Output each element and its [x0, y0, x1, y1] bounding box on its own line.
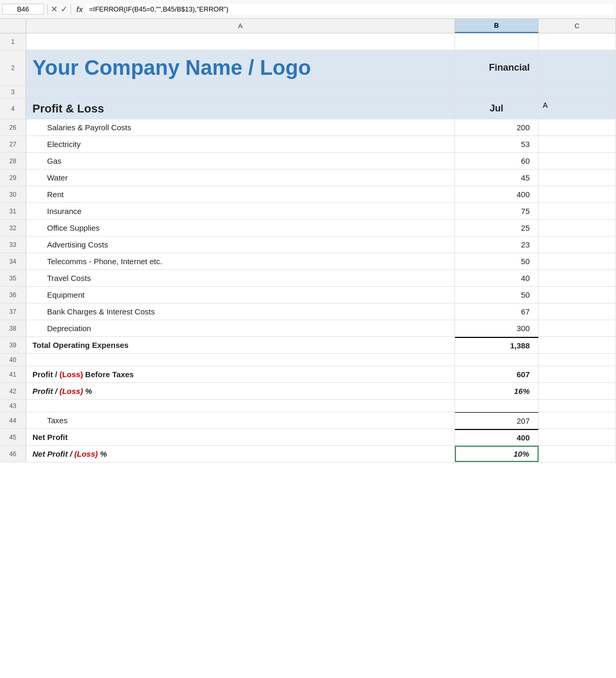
cell-31c[interactable] — [539, 203, 616, 219]
cell-4a[interactable]: Profit & Loss — [26, 98, 455, 119]
cell-34a[interactable]: Telecomms - Phone, Internet etc. — [26, 253, 455, 269]
cell-34c[interactable] — [539, 253, 616, 269]
row-num-45: 45 — [0, 429, 26, 445]
cell-28c[interactable] — [539, 153, 616, 169]
cell-2c[interactable] — [539, 50, 616, 85]
cell-32c[interactable] — [539, 220, 616, 236]
cell-42b[interactable]: 16% — [455, 383, 539, 399]
row-num-33: 33 — [0, 236, 26, 253]
cell-30b[interactable]: 400 — [455, 186, 539, 202]
cell-44c[interactable] — [539, 412, 616, 428]
cell-27a[interactable]: Electricity — [26, 136, 455, 152]
cell-46b[interactable]: 10% — [455, 446, 539, 462]
row-4: 4 Profit & Loss Jul A — [0, 98, 616, 119]
cell-36a[interactable]: Equipment — [26, 287, 455, 303]
cell-44b[interactable]: 207 — [455, 412, 539, 428]
cell-31b[interactable]: 75 — [455, 203, 539, 219]
cell-35a[interactable]: Travel Costs — [26, 270, 455, 286]
cell-33b[interactable]: 23 — [455, 236, 539, 253]
cell-45c[interactable] — [539, 429, 616, 445]
cell-44a[interactable]: Taxes — [26, 412, 455, 428]
cell-29c[interactable] — [539, 170, 616, 186]
loss-text-46: (Loss) — [74, 449, 98, 458]
cell-30c[interactable] — [539, 186, 616, 202]
cell-28a[interactable]: Gas — [26, 153, 455, 169]
cell-35c[interactable] — [539, 270, 616, 286]
cell-2a[interactable]: Your Company Name / Logo — [26, 50, 455, 85]
row-num-36: 36 — [0, 287, 26, 303]
cell-3c[interactable] — [539, 86, 616, 98]
formula-icons: ✕ ✓ — [51, 4, 67, 14]
col-b-header[interactable]: B — [455, 19, 539, 33]
row-30: 30 Rent 400 — [0, 186, 616, 203]
cell-39c[interactable] — [539, 337, 616, 353]
cell-27b[interactable]: 53 — [455, 136, 539, 152]
cell-1b[interactable] — [455, 33, 539, 50]
gas-label: Gas — [47, 156, 62, 165]
cell-ref-input[interactable]: B46 — [2, 4, 44, 15]
cell-1a[interactable] — [26, 33, 455, 50]
cell-34b[interactable]: 50 — [455, 253, 539, 269]
row-46: 46 Net Profit / (Loss) % 10% — [0, 446, 616, 462]
cell-28b[interactable]: 60 — [455, 153, 539, 169]
cell-3b[interactable] — [455, 86, 539, 98]
cell-42c[interactable] — [539, 383, 616, 399]
cell-26c[interactable] — [539, 119, 616, 135]
cell-33c[interactable] — [539, 236, 616, 253]
cell-4c[interactable]: A — [539, 98, 616, 119]
cell-26b[interactable]: 200 — [455, 119, 539, 135]
cell-42a[interactable]: Profit / (Loss) % — [26, 383, 455, 399]
cancel-icon[interactable]: ✕ — [51, 4, 58, 14]
row-num-37: 37 — [0, 303, 26, 320]
cell-35b[interactable]: 40 — [455, 270, 539, 286]
cell-27c[interactable] — [539, 136, 616, 152]
cell-43b[interactable] — [455, 400, 539, 412]
cell-40a[interactable] — [26, 354, 455, 366]
water-value: 45 — [521, 173, 530, 182]
fx-label: fx — [74, 5, 85, 14]
cell-29a[interactable]: Water — [26, 170, 455, 186]
cell-37b[interactable]: 67 — [455, 303, 539, 320]
cell-36c[interactable] — [539, 287, 616, 303]
cell-32a[interactable]: Office Supplies — [26, 220, 455, 236]
cell-41c[interactable] — [539, 366, 616, 382]
net-profit-value: 400 — [517, 433, 530, 442]
confirm-icon[interactable]: ✓ — [61, 4, 67, 14]
row-2: 2 Your Company Name / Logo Financial — [0, 50, 616, 86]
cell-30a[interactable]: Rent — [26, 186, 455, 202]
cell-4b[interactable]: Jul — [455, 98, 539, 119]
cell-46c[interactable] — [539, 446, 616, 462]
gas-value: 60 — [521, 156, 530, 165]
cell-43a[interactable] — [26, 400, 455, 412]
cell-2b[interactable]: Financial — [455, 50, 539, 85]
cell-32b[interactable]: 25 — [455, 220, 539, 236]
cell-39a[interactable]: Total Operating Expenses — [26, 337, 455, 353]
cell-37a[interactable]: Bank Charges & Interest Costs — [26, 303, 455, 320]
cell-1c[interactable] — [539, 33, 616, 50]
cell-36b[interactable]: 50 — [455, 287, 539, 303]
cell-38c[interactable] — [539, 320, 616, 336]
cell-46a[interactable]: Net Profit / (Loss) % — [26, 446, 455, 462]
bank-charges-label: Bank Charges & Interest Costs — [47, 307, 155, 316]
cell-45b[interactable]: 400 — [455, 429, 539, 445]
row-num-32: 32 — [0, 220, 26, 236]
cell-29b[interactable]: 45 — [455, 170, 539, 186]
cell-37c[interactable] — [539, 303, 616, 320]
cell-38a[interactable]: Depreciation — [26, 320, 455, 336]
cell-40c[interactable] — [539, 354, 616, 366]
cell-40b[interactable] — [455, 354, 539, 366]
col-a-header[interactable]: A — [26, 19, 455, 33]
cell-39b[interactable]: 1,388 — [455, 337, 539, 353]
cell-3a[interactable] — [26, 86, 455, 98]
cell-43c[interactable] — [539, 400, 616, 412]
formula-input[interactable]: =IFERROR(IF(B45=0,"",B45/B$13),"ERROR") — [87, 4, 614, 14]
cell-41a[interactable]: Profit / (Loss) Before Taxes — [26, 366, 455, 382]
cell-26a[interactable]: Salaries & Payroll Costs — [26, 119, 455, 135]
cell-45a[interactable]: Net Profit — [26, 429, 455, 445]
cell-41b[interactable]: 607 — [455, 366, 539, 382]
cell-31a[interactable]: Insurance — [26, 203, 455, 219]
cell-38b[interactable]: 300 — [455, 320, 539, 336]
col-c-header[interactable]: C — [539, 19, 616, 33]
row-38: 38 Depreciation 300 — [0, 320, 616, 337]
cell-33a[interactable]: Advertising Costs — [26, 236, 455, 253]
